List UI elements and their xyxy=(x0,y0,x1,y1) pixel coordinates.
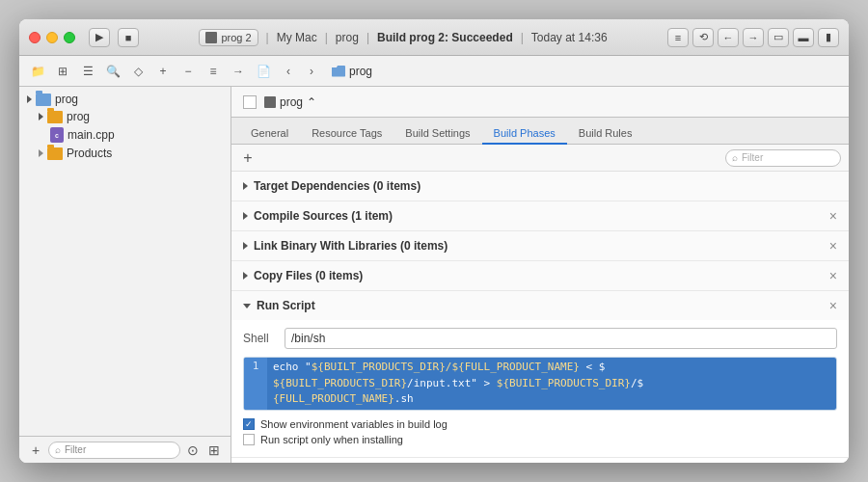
code-text: echo "${BUILT_PRODUCTS_DIR}/${FULL_PRODU… xyxy=(267,358,649,410)
search-toolbar-btn[interactable]: 🔍 xyxy=(102,62,123,81)
filter-right: ⌕ Filter xyxy=(725,149,841,167)
toolbar: 📁 ⊞ ☰ 🔍 ◇ + − ≡ → 📄 ‹ › prog xyxy=(19,56,849,87)
sidebar-item-products[interactable]: Products xyxy=(19,145,231,162)
shell-input[interactable] xyxy=(285,328,837,349)
list-btn[interactable]: ≡ xyxy=(203,62,224,81)
sidebar-item-label: main.cpp xyxy=(68,128,115,142)
sidebar-item-label: prog xyxy=(67,110,90,123)
expand-triangle-icon xyxy=(27,95,32,103)
folder-btn[interactable]: 📁 xyxy=(27,62,48,81)
run-when-installing-checkbox[interactable] xyxy=(243,434,255,445)
hierarchy-btn[interactable]: ☰ xyxy=(77,62,98,81)
maximize-button[interactable] xyxy=(64,32,75,43)
checkbox-row-2: Run script only when installing xyxy=(243,434,837,445)
phase-title: Compile Sources (1 item) xyxy=(254,209,393,223)
stop-button[interactable]: ■ xyxy=(118,28,139,47)
tab-resource-tags[interactable]: Resource Tags xyxy=(300,123,393,145)
expand-triangle-icon xyxy=(39,113,43,120)
phase-link-binary-header[interactable]: Link Binary With Libraries (0 items) × xyxy=(231,231,849,260)
phase-run-script-header[interactable]: Run Script × xyxy=(231,291,849,320)
nav-forward-btn[interactable]: › xyxy=(301,62,322,81)
phases-filter-placeholder: Filter xyxy=(742,152,763,163)
tab-build-rules[interactable]: Build Rules xyxy=(567,123,644,145)
scheme-icon xyxy=(205,32,217,43)
run-when-installing-label: Run script only when installing xyxy=(260,434,403,445)
content-area: prog prog c main.cpp Products xyxy=(19,87,849,463)
layout-btn1[interactable]: ≡ xyxy=(667,28,689,47)
tab-build-settings[interactable]: Build Settings xyxy=(393,123,481,145)
phase-target-deps-header[interactable]: Target Dependencies (0 items) xyxy=(231,172,849,201)
phase-close-btn[interactable]: × xyxy=(829,268,837,283)
phase-compile-sources-header[interactable]: Compile Sources (1 item) × xyxy=(231,201,849,230)
phase-close-btn[interactable]: × xyxy=(829,208,837,224)
build-status: Build prog 2: Succeeded xyxy=(377,31,513,44)
tab-build-phases[interactable]: Build Phases xyxy=(482,123,567,145)
sidebar: prog prog c main.cpp Products xyxy=(19,87,231,463)
sidebar-footer: + ⌕ Filter ⊙ ⊞ xyxy=(19,436,231,463)
back-btn[interactable]: ← xyxy=(718,28,739,47)
layout-btn2[interactable]: ⟲ xyxy=(692,28,714,47)
phases-filter-box[interactable]: ⌕ Filter xyxy=(725,149,841,167)
grid-btn[interactable]: ⊞ xyxy=(52,62,73,81)
close-button[interactable] xyxy=(29,32,41,43)
forward-btn[interactable]: → xyxy=(743,28,764,47)
phase-close-btn[interactable]: × xyxy=(829,238,837,254)
breadcrumb-folder-icon xyxy=(332,66,345,77)
shell-label: Shell xyxy=(243,332,277,345)
phase-copy-files: Copy Files (0 items) × xyxy=(231,261,849,291)
diamond-btn[interactable]: ◇ xyxy=(127,62,149,81)
tab-general[interactable]: General xyxy=(239,123,300,145)
panel-btn1[interactable]: ▭ xyxy=(768,28,789,47)
breadcrumb-seg: prog xyxy=(336,31,359,44)
target-header: prog ⌃ xyxy=(231,87,849,118)
play-button[interactable]: ▶ xyxy=(89,28,110,47)
breadcrumb-text: prog xyxy=(349,65,372,78)
editor-area: prog ⌃ General Resource Tags Build Setti… xyxy=(231,87,849,463)
sidebar-btn2[interactable]: ⊙ xyxy=(184,442,202,458)
sidebar-content: prog prog c main.cpp Products xyxy=(19,87,231,436)
checkbox-row-1: Show environment variables in build log xyxy=(243,418,837,430)
scheme-label: prog 2 xyxy=(221,32,251,43)
nav-back-btn[interactable]: ‹ xyxy=(278,62,299,81)
arrow-btn[interactable]: → xyxy=(228,62,249,81)
run-script-close-btn[interactable]: × xyxy=(829,298,837,313)
breadcrumb-bar: prog xyxy=(326,65,841,78)
sidebar-filter-box[interactable]: ⌕ Filter xyxy=(48,442,180,459)
plus-toolbar-btn[interactable]: + xyxy=(152,62,174,81)
sidebar-item-prog-target[interactable]: prog xyxy=(19,108,231,125)
sidebar-btn3[interactable]: ⊞ xyxy=(205,442,223,458)
phase-copy-files-header[interactable]: Copy Files (0 items) × xyxy=(231,261,849,290)
build-time: Today at 14:36 xyxy=(531,31,608,44)
add-item-btn[interactable]: + xyxy=(27,442,44,458)
minimize-button[interactable] xyxy=(46,32,58,43)
doc-btn[interactable]: 📄 xyxy=(253,62,274,81)
scheme-selector[interactable]: prog 2 xyxy=(199,29,258,46)
show-env-checkbox[interactable] xyxy=(243,418,255,430)
separator2: | xyxy=(325,31,328,44)
minus-btn[interactable]: − xyxy=(177,62,199,81)
phase-target-deps: Target Dependencies (0 items) xyxy=(231,172,849,201)
cpp-file-icon: c xyxy=(50,127,64,143)
collapse-triangle-icon xyxy=(39,149,43,157)
code-editor[interactable]: 1 echo "${BUILT_PRODUCTS_DIR}/${FULL_PRO… xyxy=(243,357,837,411)
tabs-bar: General Resource Tags Build Settings Bui… xyxy=(231,118,849,145)
sidebar-item-prog-project[interactable]: prog xyxy=(19,91,231,108)
sidebar-item-main-cpp[interactable]: c main.cpp xyxy=(19,125,231,145)
panel-btn2[interactable]: ▬ xyxy=(793,28,814,47)
show-env-label: Show environment variables in build log xyxy=(260,418,448,430)
title-bar-right: ≡ ⟲ ← → ▭ ▬ ▮ xyxy=(667,28,839,47)
nav-arrows: ‹ › xyxy=(278,62,322,81)
phase-expand-icon xyxy=(243,272,248,280)
chevron-icon: ⌃ xyxy=(307,95,316,109)
code-span-3: {FULL_PRODUCT_NAME}.sh xyxy=(273,392,414,405)
add-filter-row: + ⌕ Filter xyxy=(231,145,849,172)
panel-btn3[interactable]: ▮ xyxy=(818,28,839,47)
sidebar-item-label: prog xyxy=(55,93,78,106)
phase-link-binary: Link Binary With Libraries (0 items) × xyxy=(231,231,849,261)
code-line-1: 1 echo "${BUILT_PRODUCTS_DIR}/${FULL_PRO… xyxy=(244,358,836,410)
target-scheme: prog ⌃ xyxy=(264,95,316,109)
build-phases-content: + ⌕ Filter Target Dependencies (0 items) xyxy=(231,145,849,463)
code-span-2: ${BUILT_PRODUCTS_DIR}/input.txt" > ${BUI… xyxy=(273,377,643,389)
add-phase-button[interactable]: + xyxy=(239,150,257,166)
target-checkbox[interactable] xyxy=(243,95,257,109)
